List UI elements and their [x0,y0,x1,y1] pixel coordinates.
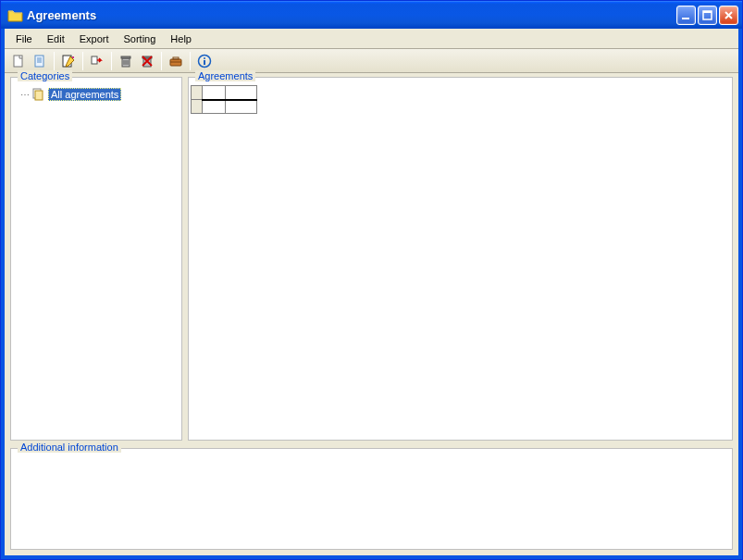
menu-edit[interactable]: Edit [40,31,72,47]
categories-tree[interactable]: ⋯ All agreements [13,85,180,438]
svg-rect-10 [92,56,97,64]
tree-root-row[interactable]: ⋯ All agreements [15,87,178,102]
svg-rect-19 [173,57,179,59]
additional-info-groupbox: Additional information [10,448,733,550]
svg-rect-4 [35,56,43,67]
minimize-button[interactable] [676,6,696,25]
agreements-table[interactable] [191,85,257,114]
agreements-legend: Agreements [195,70,255,81]
table-header-row [192,86,257,100]
window-border-bottom [1,555,742,559]
additional-info-content[interactable] [13,456,730,541]
menubar: File Edit Export Sorting Help [5,29,738,49]
toolbar [5,49,738,73]
menu-file[interactable]: File [8,31,40,47]
svg-rect-0 [682,18,689,19]
svg-point-22 [204,57,205,59]
svg-rect-23 [204,60,205,65]
table-corner-cell [192,86,203,100]
briefcase-icon[interactable] [166,51,186,71]
table-cell[interactable] [226,100,257,114]
info-icon[interactable] [194,51,215,71]
move-icon[interactable] [87,51,107,71]
svg-rect-25 [35,91,43,100]
table-header-cell[interactable] [203,86,226,100]
window-border-right [738,29,742,559]
window-border-left [1,29,5,559]
categories-legend: Categories [18,70,72,81]
categories-groupbox: Categories ⋯ All agreements [10,77,182,441]
table-row[interactable] [192,100,257,114]
agreements-groupbox: Agreements [188,77,733,441]
new-document-icon[interactable] [8,51,29,71]
window-controls [676,6,738,25]
delete-all-icon[interactable] [137,51,157,71]
toolbar-separator [111,52,112,70]
titlebar[interactable]: Agreements [1,1,742,29]
table-cell[interactable] [203,100,226,114]
folder-icon [6,7,23,23]
table-row-header [192,100,203,114]
agreements-grid[interactable] [191,85,730,438]
menu-export[interactable]: Export [72,31,117,47]
toolbar-separator [82,52,83,70]
window-title: Agreements [27,8,676,22]
svg-rect-9 [72,56,74,58]
edit-document-icon[interactable] [58,51,79,71]
delete-icon[interactable] [116,51,136,71]
client-area: Categories ⋯ All agreements Agreements [10,77,733,550]
toolbar-separator [54,52,55,70]
top-row: Categories ⋯ All agreements Agreements [10,77,733,441]
maximize-button[interactable] [698,6,717,25]
table-header-cell[interactable] [226,86,257,100]
svg-rect-2 [703,11,712,13]
svg-rect-12 [121,56,130,58]
svg-rect-3 [14,56,22,67]
app-window: Agreements File Edit Export Sorting Help [0,0,743,560]
close-button[interactable] [719,6,738,25]
menu-help[interactable]: Help [163,31,199,47]
tree-root-label[interactable]: All agreements [48,88,121,101]
additional-info-legend: Additional information [18,442,121,453]
toolbar-separator [190,52,191,70]
menu-sorting[interactable]: Sorting [117,31,164,47]
tree-doc-icon [31,87,46,102]
tree-expander-icon[interactable]: ⋯ [19,89,31,101]
document-icon[interactable] [30,51,50,71]
toolbar-separator [161,52,162,70]
